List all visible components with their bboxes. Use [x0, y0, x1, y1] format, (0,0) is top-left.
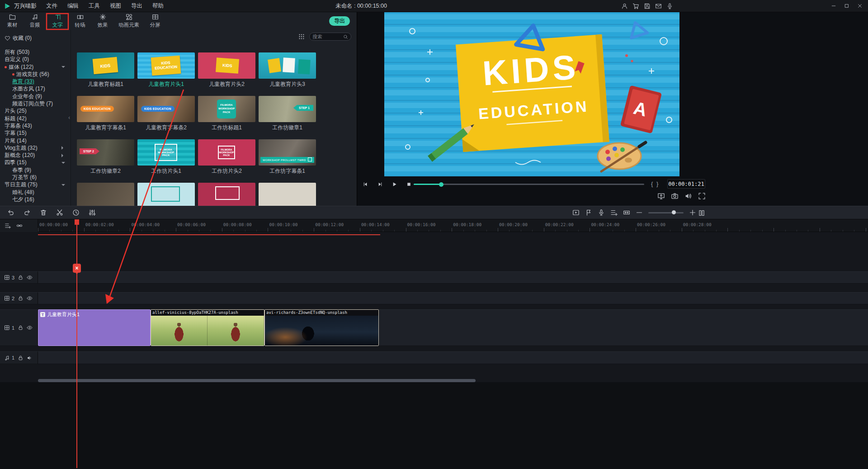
mic-icon[interactable] — [666, 3, 673, 9]
search-icon[interactable] — [343, 34, 348, 39]
seek-handle[interactable] — [439, 182, 443, 187]
sidebar-item[interactable]: 片尾 (14) — [0, 137, 71, 144]
eye-icon[interactable] — [27, 295, 33, 301]
template-item[interactable]: KIDS儿童教育标题1 — [77, 52, 134, 87]
playhead[interactable] — [76, 219, 77, 468]
sidebar-item[interactable]: 标题 (42) — [0, 115, 71, 122]
snapshot-icon[interactable] — [671, 192, 679, 200]
audio-track-1[interactable] — [38, 351, 868, 364]
template-item[interactable]: FILMORA WORKSHOP PACK工作坊片头1 — [137, 139, 195, 174]
export-button[interactable]: 导出 — [329, 16, 350, 26]
sidebar-item[interactable]: 节日主题 (75) — [0, 181, 71, 189]
panel-toggle-icon[interactable] — [698, 209, 705, 217]
sidebar-item[interactable]: 自定义 (0) — [0, 56, 71, 63]
template-item[interactable]: STEP 2工作坊徽章2 — [77, 139, 134, 174]
save-icon[interactable] — [644, 3, 651, 9]
fullscreen-icon[interactable] — [698, 192, 706, 200]
lock-icon[interactable] — [18, 275, 24, 280]
template-thumbnail[interactable]: WORKSHOP PROLLMST TWRD — [259, 139, 316, 166]
seek-bar[interactable] — [414, 184, 644, 185]
sidebar-item[interactable]: Vlog主题 (32) — [0, 144, 71, 152]
timeline-clip-video-2[interactable]: avi-richards-Z3ownETsdNQ-unsplash — [264, 309, 379, 346]
template-thumbnail[interactable]: FILMORA WORKSHOP PACK — [137, 139, 195, 166]
timeline-ruler[interactable]: 00:00:00:0000:00:02:0000:00:04:0000:00:0… — [38, 219, 868, 232]
zoom-in-icon[interactable] — [689, 209, 696, 216]
track-manage-icon[interactable] — [610, 209, 618, 216]
sidebar-collapse-handle[interactable]: ‹ — [68, 114, 70, 121]
tab-effects[interactable]: 效果 — [91, 12, 114, 30]
menubar-menu-item[interactable]: 文件 — [41, 0, 62, 12]
sidebar-item[interactable]: 企业年会 (9) — [0, 93, 71, 100]
grid-view-icon[interactable] — [298, 33, 305, 40]
cart-icon[interactable] — [632, 3, 639, 9]
template-item[interactable]: STEP 1工作坊徽章1 — [259, 96, 316, 131]
tab-media[interactable]: 素材 — [1, 12, 24, 30]
link-icon[interactable] — [16, 223, 23, 229]
template-item[interactable] — [137, 183, 195, 206]
lock-icon[interactable] — [18, 325, 24, 331]
zoom-out-icon[interactable] — [636, 209, 643, 216]
sidebar-item[interactable]: 字幕 (15) — [0, 130, 71, 137]
sidebar-item[interactable]: 春季 (9) — [0, 166, 71, 174]
undo-icon[interactable] — [7, 209, 14, 216]
sidebar-item[interactable]: 频道订阅点赞 (7) — [0, 100, 71, 107]
menubar-menu-item[interactable]: 视图 — [105, 0, 126, 12]
close-button[interactable] — [857, 3, 863, 9]
template-item[interactable]: FILMORA WORKSHOP PACK工作坊标题1 — [198, 96, 255, 131]
chevron-down-icon[interactable] — [61, 162, 65, 166]
speaker-icon[interactable] — [27, 355, 33, 361]
sidebar-item[interactable]: 七夕 (16) — [0, 196, 71, 203]
scissors-icon[interactable] — [56, 209, 63, 216]
trash-icon[interactable] — [40, 209, 47, 216]
template-thumbnail[interactable] — [259, 52, 316, 79]
search-input[interactable] — [312, 34, 343, 39]
sidebar-item[interactable]: 片头 (25) — [0, 108, 71, 115]
eye-icon[interactable] — [27, 325, 33, 331]
voiceover-icon[interactable] — [598, 209, 605, 216]
marker-icon[interactable] — [585, 209, 592, 216]
template-item[interactable] — [259, 183, 316, 206]
template-thumbnail[interactable]: KIDS EDUCATION — [137, 96, 195, 122]
tab-splitscreen[interactable]: 分屏 — [144, 12, 166, 30]
lock-icon[interactable] — [18, 295, 24, 301]
timeline-clip-title[interactable]: T 儿童教育片头1 — [38, 309, 151, 346]
template-item[interactable]: KIDS EDUCATION儿童教育字幕条1 — [77, 96, 134, 131]
playhead-handle[interactable] — [75, 219, 79, 225]
display-settings-icon[interactable] — [657, 192, 665, 200]
template-item[interactable]: KIDS EDUCATION儿童教育片头1 — [137, 52, 195, 87]
chevron-right-icon[interactable] — [61, 154, 65, 157]
mark-in-out-icon[interactable]: { } — [651, 180, 659, 187]
template-thumbnail[interactable]: FILMORA WORKSHOP PACK — [198, 96, 255, 122]
sidebar-item[interactable]: 字幕条 (43) — [0, 122, 71, 129]
mute-icon[interactable] — [684, 192, 692, 200]
chevron-right-icon[interactable] — [61, 146, 65, 150]
fit-timeline-icon[interactable] — [623, 209, 630, 216]
render-preview-icon[interactable] — [572, 209, 580, 216]
template-thumbnail[interactable]: STEP 1 — [259, 96, 316, 122]
tab-text[interactable]: 文字 — [46, 12, 69, 30]
template-thumbnail[interactable] — [77, 183, 134, 206]
sidebar-item[interactable]: 所有 (503) — [0, 48, 71, 56]
stop-button[interactable] — [403, 179, 414, 189]
sidebar-item[interactable]: 教育 (33) — [0, 78, 71, 85]
template-item[interactable] — [77, 183, 134, 206]
track-manage-icon[interactable] — [5, 223, 11, 229]
play-button[interactable] — [389, 179, 400, 189]
minimize-button[interactable] — [831, 3, 836, 9]
template-thumbnail[interactable]: KIDS EDUCATION — [77, 96, 134, 122]
tab-elements[interactable]: 动画元素 — [114, 12, 144, 30]
next-frame-button[interactable] — [374, 179, 385, 189]
template-thumbnail[interactable]: FILMORA WORKSHOP PACK — [198, 139, 255, 166]
lock-icon[interactable] — [18, 355, 24, 361]
search-box[interactable] — [309, 33, 351, 41]
sidebar-item[interactable]: 媒体 (122) — [0, 63, 71, 71]
adjust-icon[interactable] — [89, 209, 96, 216]
timeline-scrollbar[interactable] — [38, 379, 476, 382]
chevron-down-icon[interactable] — [61, 66, 65, 70]
sidebar-item[interactable]: 万圣节 (6) — [0, 174, 71, 181]
chevron-down-icon[interactable] — [61, 184, 65, 188]
template-item[interactable]: WORKSHOP PROLLMST TWRD工作坊字幕条1 — [259, 139, 316, 174]
template-thumbnail[interactable]: STEP 2 — [77, 139, 134, 166]
maximize-button[interactable] — [844, 3, 849, 9]
eye-icon[interactable] — [27, 275, 33, 280]
